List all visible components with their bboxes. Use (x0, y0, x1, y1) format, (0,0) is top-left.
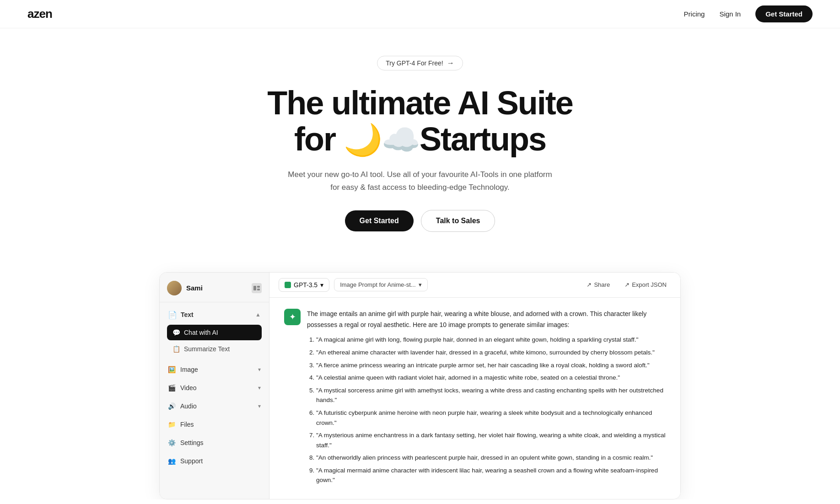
toolbar-right: ↗ Share ↗ Export JSON (582, 279, 671, 290)
settings-icon: ⚙️ (168, 439, 176, 446)
hero-title-line2: for 🌙☁️Startups (9, 121, 831, 157)
sidebar-item-chat-with-ai[interactable]: 💬 Chat with AI (167, 325, 262, 340)
video-chevron-icon: ▾ (258, 385, 261, 391)
logo: azen (27, 7, 52, 21)
svg-rect-1 (257, 286, 260, 288)
nav-pricing[interactable]: Pricing (684, 10, 705, 18)
chat-body: The image entails an anime girl with pur… (307, 309, 666, 488)
list-item: "A celestial anime queen with radiant vi… (316, 373, 666, 383)
image-icon: 🖼️ (168, 366, 176, 373)
sidebar-audio-item[interactable]: 🔊 Audio ▾ (163, 398, 265, 414)
chat-prompts-list: "A magical anime girl with long, flowing… (307, 335, 666, 485)
chat-intro: The image entails an anime girl with pur… (307, 309, 666, 331)
share-button[interactable]: ↗ Share (582, 279, 614, 290)
main-content: GPT-3.5 ▾ Image Prompt for Anime-st... ▾… (269, 273, 680, 499)
video-icon: 🎬 (168, 384, 176, 391)
model-chevron-icon: ▾ (320, 281, 323, 289)
sidebar-files-item[interactable]: 📁 Files (163, 416, 265, 433)
sidebar-text-section: 📄 Text ▲ 💬 Chat with AI 📋 Summarize Text (160, 302, 269, 360)
audio-icon: 🔊 (168, 402, 176, 410)
try-badge-text: Try GPT-4 For Free! (386, 59, 443, 67)
nav-right: Pricing Sign In Get Started (684, 5, 813, 22)
summarize-icon: 📋 (172, 345, 180, 353)
chat-icon: 💬 (172, 329, 180, 336)
nav-signin[interactable]: Sign In (719, 10, 741, 18)
try-badge-arrow: → (447, 59, 454, 67)
layout-icon (253, 286, 260, 290)
sidebar-item-summarize-text[interactable]: 📋 Summarize Text (167, 341, 262, 357)
list-item: "A mysterious anime enchantress in a dar… (316, 430, 666, 450)
support-icon: 👥 (168, 457, 176, 465)
hero-section: Try GPT-4 For Free! → The ultimate AI Su… (0, 28, 840, 250)
text-section-label: Text (181, 311, 194, 318)
text-section-items: 💬 Chat with AI 📋 Summarize Text (163, 323, 265, 359)
prompt-chevron-icon: ▾ (419, 281, 422, 288)
chat-message: ✦ The image entails an anime girl with p… (284, 309, 666, 488)
app-preview: Sami 📄 Text ▲ 💬 Chat with AI (159, 272, 681, 499)
model-dot (285, 282, 291, 288)
chat-area: ✦ The image entails an anime girl with p… (269, 298, 680, 499)
svg-rect-2 (257, 289, 260, 290)
hero-talk-sales-button[interactable]: Talk to Sales (421, 210, 495, 232)
user-name: Sami (186, 284, 203, 292)
toolbar-left: GPT-3.5 ▾ Image Prompt for Anime-st... ▾ (279, 278, 428, 292)
ai-avatar: ✦ (284, 309, 301, 325)
list-item: "A fierce anime princess wearing an intr… (316, 360, 666, 370)
hero-buttons: Get Started Talk to Sales (9, 210, 831, 232)
list-item: "An ethereal anime character with lavend… (316, 348, 666, 358)
main-toolbar: GPT-3.5 ▾ Image Prompt for Anime-st... ▾… (269, 273, 680, 298)
files-icon: 📁 (168, 421, 176, 428)
model-label: GPT-3.5 (294, 281, 318, 289)
list-item: "An otherworldly alien princess with pea… (316, 453, 666, 463)
export-json-button[interactable]: ↗ Export JSON (620, 279, 671, 290)
try-badge[interactable]: Try GPT-4 For Free! → (377, 56, 463, 70)
hero-title: The ultimate AI Suite for 🌙☁️Startups (9, 85, 831, 157)
list-item: "A mystical sorceress anime girl with am… (316, 386, 666, 405)
sidebar-video-item[interactable]: 🎬 Video ▾ (163, 380, 265, 396)
text-chevron-icon: ▲ (255, 311, 261, 318)
nav-get-started-button[interactable]: Get Started (755, 5, 813, 22)
sidebar-toggle-button[interactable] (252, 283, 262, 293)
export-icon: ↗ (625, 281, 630, 288)
sidebar-settings-item[interactable]: ⚙️ Settings (163, 434, 265, 451)
sidebar-image-item[interactable]: 🖼️ Image ▾ (163, 361, 265, 378)
hero-title-line1: The ultimate AI Suite (9, 85, 831, 121)
hero-subtitle: Meet your new go-to AI tool. Use all of … (283, 168, 557, 193)
list-item: "A magical mermaid anime character with … (316, 466, 666, 485)
svg-rect-0 (253, 286, 256, 290)
avatar-image (167, 281, 182, 295)
model-selector[interactable]: GPT-3.5 ▾ (279, 278, 329, 292)
prompt-selector[interactable]: Image Prompt for Anime-st... ▾ (334, 278, 427, 291)
navbar: azen Pricing Sign In Get Started (0, 0, 840, 28)
image-chevron-icon: ▾ (258, 366, 261, 373)
prompt-label: Image Prompt for Anime-st... (340, 281, 415, 288)
avatar (167, 281, 182, 295)
text-section-icon: 📄 (168, 311, 177, 319)
audio-chevron-icon: ▾ (258, 403, 261, 409)
sidebar-support-item[interactable]: 👥 Support (163, 453, 265, 469)
sidebar-user: Sami (160, 273, 269, 302)
hero-emoji: 🌙☁️ (344, 122, 420, 157)
sidebar-text-header[interactable]: 📄 Text ▲ (163, 307, 265, 323)
list-item: "A futuristic cyberpunk anime heroine wi… (316, 408, 666, 428)
hero-get-started-button[interactable]: Get Started (345, 210, 414, 231)
sidebar: Sami 📄 Text ▲ 💬 Chat with AI (160, 273, 269, 499)
share-icon: ↗ (587, 281, 592, 288)
list-item: "A magical anime girl with long, flowing… (316, 335, 666, 345)
